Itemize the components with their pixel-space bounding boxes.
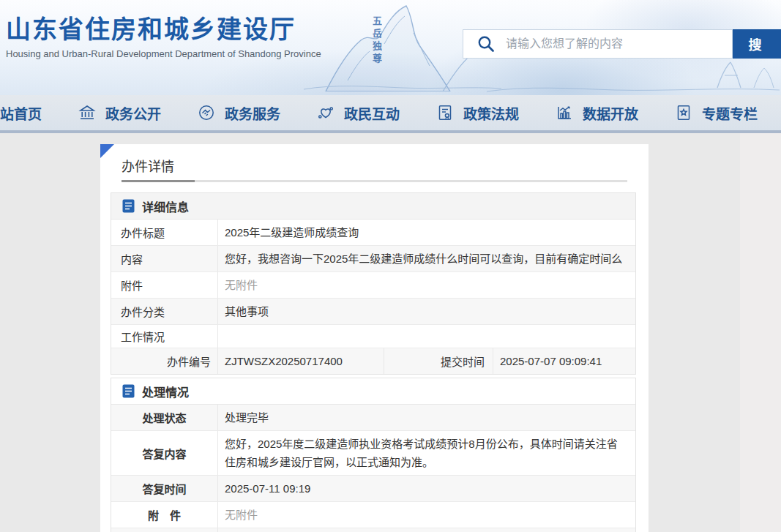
case-number-value: ZJTWSZX20250717400 (218, 348, 384, 374)
row-label: 附 件 (111, 502, 218, 528)
row-label: 处理状态 (111, 405, 218, 430)
nav-item-zhengcefagui[interactable]: 政策法规 (436, 103, 519, 123)
nav-label: 站首页 (0, 103, 42, 123)
detail-info-table: 详细信息 办件标题 2025年二级建造师成绩查询 内容 您好，我想咨询一下202… (111, 192, 636, 375)
handshake-icon (198, 104, 215, 121)
process-status-table: 处理情况 处理状态 处理完毕 答复内容 您好，2025年度二级建造师执业资格考试… (111, 378, 636, 532)
nav-separator (0, 130, 781, 133)
nav-item-home[interactable]: 站首页 (0, 103, 42, 123)
row-value: 其他事项 (218, 299, 635, 324)
nav-label: 数据开放 (583, 103, 638, 123)
document-star-icon (675, 104, 692, 121)
background-strip (740, 133, 781, 532)
submit-time-value: 2025-07-07 09:09:41 (493, 348, 635, 374)
section-title: 详细信息 (142, 198, 189, 215)
row-label: 办件标题 (111, 220, 218, 245)
row-value: 2025年二级建造师成绩查询 (218, 220, 635, 245)
row-value: 无附件 (218, 502, 635, 528)
bank-icon (78, 104, 96, 121)
row-label: 内容 (111, 246, 218, 271)
nav-item-shujukaifang[interactable]: 数据开放 (556, 103, 638, 123)
row-label: 答复内容 (111, 431, 218, 475)
table-row: 办件分类 其他事项 (111, 299, 635, 325)
section-title: 处理情况 (142, 383, 189, 400)
table-row: 答复时间 2025-07-11 09:19 (111, 476, 635, 502)
site-header: 五岳独尊 山东省住房和城乡建设厅 Housing and Urban-Rural… (0, 0, 781, 95)
row-label: 答复时间 (111, 476, 218, 501)
table-footer-row: 办件编号 ZJTWSZX20250717400 提交时间 2025-07-07 … (111, 348, 635, 374)
title-underline (122, 180, 627, 182)
heart-hands-icon (317, 104, 335, 121)
table-row: 内容 您好，我想咨询一下2025年二级建造师成绩什么时间可以查询，目前有确定时间… (111, 246, 635, 272)
site-title: 山东省住房和城乡建设厅 (6, 15, 321, 44)
table-row: 工作情况 (111, 325, 635, 348)
row-label: 答复机构 (111, 528, 218, 532)
site-subtitle: Housing and Urban-Rural Development Depa… (6, 48, 321, 59)
nav-item-zhengwufuwu[interactable]: 政务服务 (198, 103, 280, 123)
page-viewport: 五岳独尊 山东省住房和城乡建设厅 Housing and Urban-Rural… (0, 0, 781, 532)
nav-item-zhengwugongkai[interactable]: 政务公开 (78, 103, 161, 123)
nav-label: 政务服务 (225, 103, 280, 123)
title-underline-accent (122, 180, 195, 182)
nav-label: 政务公开 (105, 103, 161, 123)
bar-chart-icon (556, 104, 573, 121)
search-bar: 搜 (463, 29, 781, 59)
nav-label: 政策法规 (463, 103, 519, 123)
row-value: 处理完毕 (218, 405, 635, 430)
row-value: 2025-07-11 09:19 (218, 476, 635, 501)
row-label: 工作情况 (111, 325, 218, 348)
table-row: 附件 无附件 (111, 272, 635, 299)
landscape-painting (483, 55, 781, 95)
process-section-header: 处理情况 (111, 378, 635, 405)
table-row: 办件标题 2025年二级建造师成绩查询 (111, 220, 635, 246)
page-title: 办件详情 (122, 156, 174, 175)
corner-triangle-decoration (100, 144, 114, 158)
row-value: 山东省住房和城乡建设厅 (218, 528, 635, 532)
site-brand: 山东省住房和城乡建设厅 Housing and Urban-Rural Deve… (6, 15, 321, 59)
row-label: 附件 (111, 272, 218, 298)
nav-item-zhuantizhuanlan[interactable]: 专题专栏 (675, 103, 758, 123)
table-row: 附 件 无附件 (111, 502, 635, 528)
document-section-icon (122, 384, 135, 398)
table-row: 答复机构 山东省住房和城乡建设厅 (111, 528, 635, 532)
detail-section-header: 详细信息 (111, 193, 635, 220)
document-seal-icon (436, 104, 454, 121)
row-value: 您好，2025年度二级建造师执业资格考试成绩预计8月份公布，具体时间请关注省住房… (218, 431, 635, 475)
nav-label: 政民互动 (344, 103, 400, 123)
table-row: 答复内容 您好，2025年度二级建造师执业资格考试成绩预计8月份公布，具体时间请… (111, 431, 635, 476)
search-input[interactable] (506, 30, 732, 58)
artwork-seal-text: 五岳独尊 (370, 16, 384, 66)
table-row: 处理状态 处理完毕 (111, 405, 635, 431)
content-card: 办件详情 详细信息 办件标题 2025年二级建造师成绩查询 内容 您好，我想咨询… (100, 144, 649, 532)
search-icon (477, 34, 496, 53)
row-value (218, 325, 635, 348)
row-label: 办件分类 (111, 299, 218, 324)
main-nav: 站首页 政务公开 政务服务 政民互动 (0, 95, 781, 130)
row-value: 无附件 (218, 272, 635, 298)
case-number-label: 办件编号 (111, 348, 218, 374)
nav-item-zhengminhudong[interactable]: 政民互动 (317, 103, 400, 123)
row-value: 您好，我想咨询一下2025年二级建造师成绩什么时间可以查询，目前有确定时间么 (218, 246, 635, 271)
search-box (463, 29, 733, 59)
search-button[interactable]: 搜 (733, 29, 781, 59)
submit-time-label: 提交时间 (384, 348, 493, 374)
nav-label: 专题专栏 (702, 103, 758, 123)
document-section-icon (122, 199, 135, 213)
